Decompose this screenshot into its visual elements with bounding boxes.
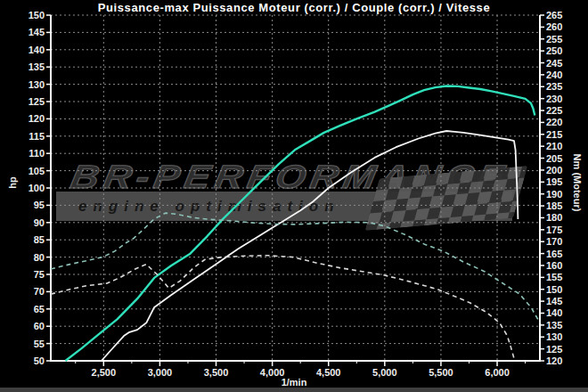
x-axis-tick-label: 2,500	[92, 367, 117, 378]
x-axis-tick-label: 6,000	[485, 367, 510, 378]
y-left-tick-label: 115	[29, 131, 45, 142]
y-right-tick-label: 125	[546, 344, 562, 355]
x-axis-tick-label: 3,500	[204, 367, 229, 378]
y-left-tick-label: 140	[29, 45, 45, 55]
y-left-tick-label: 60	[34, 321, 45, 331]
y-right-tick-label: 150	[546, 284, 562, 295]
y-right-tick-label: 130	[546, 331, 562, 342]
y-right-tick-label: 235	[546, 81, 562, 92]
y-left-tick-label: 145	[29, 27, 45, 37]
curve-puissance-corrigee-optimisee	[65, 86, 535, 362]
y-right-tick-label: 175	[546, 225, 562, 235]
curve-couple-corrige-origine	[51, 256, 514, 359]
dyno-chart-plot: 1501451401351301251201151101051009590858…	[0, 0, 588, 392]
y-right-tick-label: 120	[546, 355, 562, 366]
y-right-tick-label: 190	[546, 189, 562, 200]
x-axis-tick-label: 5,000	[372, 367, 397, 378]
x-axis-tick-label: 3,000	[148, 367, 173, 378]
curve-couple-corrige-optimise	[51, 213, 540, 323]
y-left-tick-label: 100	[29, 183, 45, 193]
y-right-tick-label: 230	[546, 94, 562, 104]
dyno-chart-screen: Puissance-max Puissance Moteur (corr.) /…	[0, 0, 588, 392]
y-right-tick-label: 240	[546, 69, 562, 80]
y-right-tick-label: 185	[546, 200, 562, 211]
y-right-tick-label: 180	[546, 212, 562, 223]
x-axis-tick-label: 4,500	[316, 367, 341, 378]
y-left-tick-label: 85	[34, 234, 45, 245]
y-right-tick-label: 145	[546, 296, 562, 306]
y-right-tick-label: 250	[546, 45, 562, 56]
x-axis-tick-label: 5,500	[429, 367, 453, 378]
y-left-tick-label: 80	[34, 252, 45, 263]
y-left-tick-label: 105	[29, 166, 45, 176]
y-right-tick-label: 245	[546, 58, 562, 69]
y-right-tick-label: 160	[546, 260, 562, 271]
y-left-tick-label: 90	[34, 217, 45, 228]
y-left-tick-label: 120	[29, 113, 45, 124]
y-right-tick-label: 155	[546, 272, 562, 282]
y-left-tick-label: 70	[34, 286, 45, 297]
y-right-tick-label: 210	[546, 141, 562, 151]
y-left-tick-label: 135	[29, 61, 45, 72]
y-right-tick-label: 135	[546, 320, 562, 331]
y-right-tick-label: 140	[546, 307, 562, 318]
y-right-tick-label: 195	[546, 176, 562, 187]
y-left-tick-label: 95	[34, 200, 45, 210]
y-left-tick-label: 110	[29, 148, 45, 159]
y-right-tick-label: 215	[546, 129, 562, 140]
y-left-tick-label: 65	[34, 304, 45, 314]
y-left-tick-label: 75	[34, 269, 45, 280]
x-axis-tick-label: 4,000	[260, 367, 285, 378]
y-left-tick-label: 50	[34, 355, 45, 366]
y-right-tick-label: 220	[546, 117, 562, 127]
y-left-tick-label: 55	[34, 339, 45, 349]
y-left-tick-label: 150	[29, 10, 45, 20]
y-right-tick-label: 265	[546, 10, 562, 20]
y-right-tick-label: 225	[546, 105, 562, 116]
y-right-tick-label: 170	[546, 236, 562, 247]
y-right-tick-label: 255	[546, 34, 562, 45]
y-left-tick-label: 125	[29, 96, 45, 107]
y-right-tick-label: 205	[546, 153, 562, 164]
y-left-tick-label: 130	[29, 79, 45, 90]
y-right-tick-label: 165	[546, 249, 562, 259]
y-right-tick-label: 200	[546, 165, 562, 176]
y-right-tick-label: 260	[546, 21, 562, 32]
